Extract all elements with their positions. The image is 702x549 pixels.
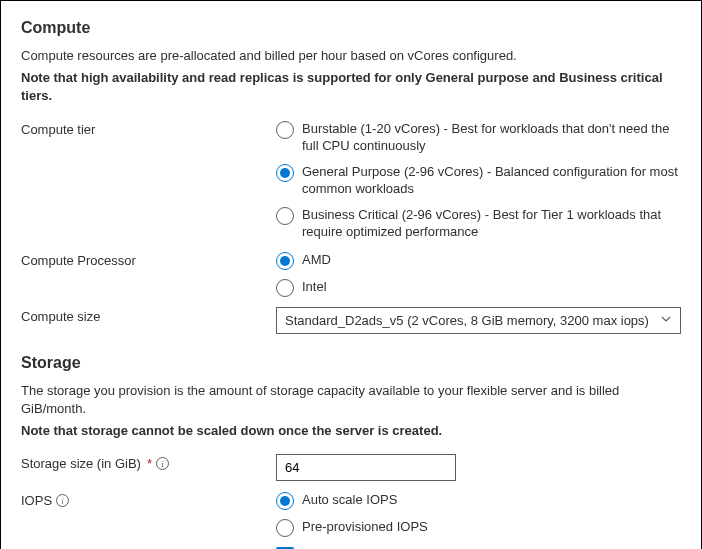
processor-amd-radio[interactable]: AMD — [276, 251, 681, 270]
tier-burstable-radio[interactable]: Burstable (1-20 vCores) - Best for workl… — [276, 120, 681, 155]
storage-desc: The storage you provision is the amount … — [21, 382, 681, 418]
compute-heading: Compute — [21, 19, 681, 37]
processor-amd-label: AMD — [302, 251, 331, 269]
iops-auto-radio[interactable]: Auto scale IOPS — [276, 491, 681, 510]
iops-auto-label: Auto scale IOPS — [302, 491, 397, 509]
processor-intel-radio[interactable]: Intel — [276, 278, 681, 297]
tier-general-radio[interactable]: General Purpose (2-96 vCores) - Balanced… — [276, 163, 681, 198]
compute-processor-label: Compute Processor — [21, 251, 276, 268]
radio-icon — [276, 492, 294, 510]
tier-business-label: Business Critical (2-96 vCores) - Best f… — [302, 206, 681, 241]
compute-size-label: Compute size — [21, 307, 276, 324]
tier-business-radio[interactable]: Business Critical (2-96 vCores) - Best f… — [276, 206, 681, 241]
compute-tier-label: Compute tier — [21, 120, 276, 137]
radio-icon — [276, 164, 294, 182]
storage-size-label: Storage size (in GiB) — [21, 456, 141, 471]
storage-size-label-wrap: Storage size (in GiB) * i — [21, 454, 276, 471]
compute-note: Note that high availability and read rep… — [21, 69, 681, 105]
tier-burstable-label: Burstable (1-20 vCores) - Best for workl… — [302, 120, 681, 155]
compute-size-value: Standard_D2ads_v5 (2 vCores, 8 GiB memor… — [285, 313, 649, 328]
iops-label: IOPS — [21, 493, 52, 508]
radio-icon — [276, 121, 294, 139]
processor-intel-label: Intel — [302, 278, 327, 296]
radio-icon — [276, 279, 294, 297]
info-icon[interactable]: i — [156, 457, 169, 470]
iops-pre-radio[interactable]: Pre-provisioned IOPS — [276, 518, 681, 537]
radio-icon — [276, 207, 294, 225]
iops-label-wrap: IOPS i — [21, 491, 276, 508]
radio-icon — [276, 519, 294, 537]
required-star-icon: * — [147, 456, 152, 471]
chevron-down-icon — [660, 313, 672, 328]
tier-general-label: General Purpose (2-96 vCores) - Balanced… — [302, 163, 681, 198]
storage-size-input[interactable] — [276, 454, 456, 481]
compute-desc: Compute resources are pre-allocated and … — [21, 47, 681, 65]
storage-note: Note that storage cannot be scaled down … — [21, 422, 681, 440]
compute-size-select[interactable]: Standard_D2ads_v5 (2 vCores, 8 GiB memor… — [276, 307, 681, 334]
info-icon[interactable]: i — [56, 494, 69, 507]
radio-icon — [276, 252, 294, 270]
iops-pre-label: Pre-provisioned IOPS — [302, 518, 428, 536]
storage-heading: Storage — [21, 354, 681, 372]
